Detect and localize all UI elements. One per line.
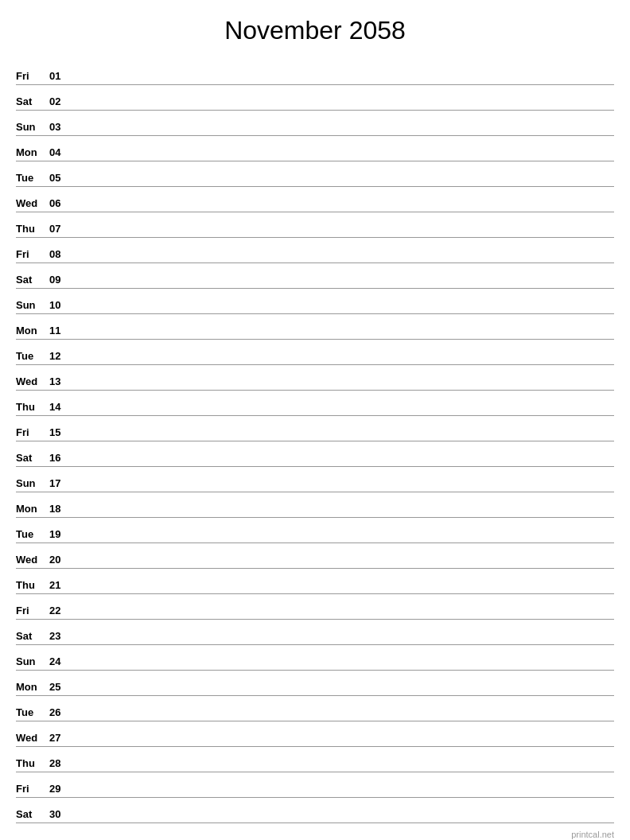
calendar-row: Mon11 [16, 314, 614, 340]
calendar-row: Fri08 [16, 238, 614, 263]
day-line [72, 285, 614, 286]
day-name: Tue [16, 528, 49, 540]
day-name: Sat [16, 808, 49, 820]
day-number: 15 [49, 426, 72, 438]
day-name: Wed [16, 375, 49, 387]
day-number: 26 [49, 706, 72, 718]
day-number: 25 [49, 681, 72, 693]
calendar-row: Fri01 [16, 60, 614, 85]
day-number: 05 [49, 172, 72, 184]
day-line [72, 743, 614, 744]
calendar-row: Wed06 [16, 187, 614, 212]
day-number: 21 [49, 579, 72, 591]
day-name: Mon [16, 681, 49, 693]
day-number: 09 [49, 274, 72, 286]
day-name: Wed [16, 732, 49, 744]
day-number: 10 [49, 299, 72, 311]
calendar-row: Fri22 [16, 594, 614, 620]
day-name: Sun [16, 121, 49, 133]
calendar-row: Thu28 [16, 747, 614, 772]
day-name: Sun [16, 477, 49, 489]
day-name: Sun [16, 299, 49, 311]
calendar-row: Sat09 [16, 263, 614, 289]
day-line [72, 539, 614, 540]
day-line [72, 565, 614, 566]
day-number: 29 [49, 783, 72, 795]
calendar-row: Mon18 [16, 492, 614, 518]
calendar-row: Fri29 [16, 772, 614, 798]
day-name: Tue [16, 706, 49, 718]
day-line [72, 590, 614, 591]
day-name: Tue [16, 350, 49, 362]
day-name: Sat [16, 274, 49, 286]
calendar-row: Sun03 [16, 111, 614, 136]
calendar-row: Tue19 [16, 518, 614, 543]
day-line [72, 488, 614, 489]
day-name: Tue [16, 172, 49, 184]
day-number: 28 [49, 757, 72, 769]
day-number: 20 [49, 554, 72, 566]
calendar-row: Tue05 [16, 161, 614, 187]
day-name: Fri [16, 248, 49, 260]
day-line [72, 234, 614, 235]
calendar-row: Sat02 [16, 85, 614, 111]
calendar-row: Sun17 [16, 467, 614, 492]
day-line [72, 183, 614, 184]
day-line [72, 132, 614, 133]
day-name: Fri [16, 70, 49, 82]
day-line [72, 412, 614, 413]
day-line [72, 438, 614, 438]
day-line [72, 336, 614, 336]
day-line [72, 463, 614, 464]
day-line [72, 794, 614, 795]
calendar-row: Sun24 [16, 645, 614, 671]
day-number: 03 [49, 121, 72, 133]
day-name: Thu [16, 401, 49, 413]
day-name: Thu [16, 223, 49, 235]
day-line [72, 768, 614, 769]
day-name: Mon [16, 503, 49, 515]
calendar-row: Sat30 [16, 798, 614, 823]
calendar-row: Thu14 [16, 391, 614, 416]
day-name: Wed [16, 554, 49, 566]
day-name: Mon [16, 325, 49, 336]
day-name: Fri [16, 605, 49, 616]
day-line [72, 310, 614, 311]
calendar-row: Mon25 [16, 671, 614, 696]
day-name: Wed [16, 197, 49, 209]
day-line [72, 259, 614, 260]
day-line [72, 81, 614, 82]
day-number: 06 [49, 197, 72, 209]
day-line [72, 718, 614, 718]
day-line [72, 616, 614, 616]
day-number: 02 [49, 95, 72, 107]
calendar-row: Tue12 [16, 340, 614, 365]
calendar-row: Fri15 [16, 416, 614, 441]
calendar-row: Tue26 [16, 696, 614, 721]
day-name: Sat [16, 452, 49, 464]
day-number: 11 [49, 325, 72, 336]
calendar-row: Mon04 [16, 136, 614, 161]
day-name: Fri [16, 783, 49, 795]
day-number: 12 [49, 350, 72, 362]
calendar-row: Thu21 [16, 569, 614, 594]
calendar-row: Wed13 [16, 365, 614, 391]
day-number: 16 [49, 452, 72, 464]
calendar-row: Wed20 [16, 543, 614, 569]
watermark: printcal.net [571, 830, 614, 839]
day-number: 23 [49, 630, 72, 642]
day-number: 01 [49, 70, 72, 82]
calendar-row: Thu07 [16, 212, 614, 238]
day-number: 17 [49, 477, 72, 489]
day-number: 30 [49, 808, 72, 820]
day-name: Thu [16, 757, 49, 769]
calendar-grid: Fri01Sat02Sun03Mon04Tue05Wed06Thu07Fri08… [16, 60, 614, 823]
day-name: Fri [16, 426, 49, 438]
day-line [72, 158, 614, 158]
day-number: 07 [49, 223, 72, 235]
calendar-row: Sat16 [16, 441, 614, 467]
day-name: Thu [16, 579, 49, 591]
page: November 2058 Fri01Sat02Sun03Mon04Tue05W… [0, 0, 630, 840]
day-number: 22 [49, 605, 72, 616]
day-number: 14 [49, 401, 72, 413]
